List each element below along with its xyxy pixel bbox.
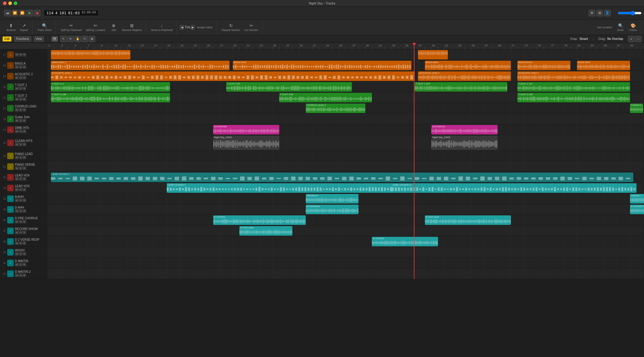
mute-button[interactable]: M [15, 209, 19, 213]
record-button[interactable]: R [23, 53, 26, 57]
track-item[interactable]: 24 ♪ DIME HITs M S R [0, 124, 48, 135]
audio-region[interactable]: BASS A#02 [233, 61, 411, 70]
edit-button[interactable]: Edit [2, 36, 12, 42]
set-locators-button[interactable]: Set Locators [595, 25, 614, 30]
split-playhead-button[interactable]: ✂ Split by Playhead [59, 22, 83, 33]
audio-region[interactable]: T GUIT 1.87 [226, 82, 352, 92]
track-item[interactable]: 37 ♪ RECORD SHOW M S R [0, 226, 48, 236]
audio-region[interactable]: ACOUSTIC 2#02.2 [418, 71, 511, 81]
mute-button[interactable]: M [15, 53, 19, 57]
record-button[interactable]: R [23, 143, 26, 146]
record-button[interactable]: ⏺ [34, 10, 40, 16]
user-button[interactable]: 👤 [604, 10, 611, 16]
audio-region[interactable] [418, 50, 448, 60]
rewind-button[interactable]: ⏮ [4, 10, 11, 16]
record-button[interactable]: R [23, 166, 26, 170]
expand-button[interactable]: ⊞ [596, 10, 603, 16]
tracks-scroll[interactable]: BASS A#01.2BASS A#02BASS A#02BASS AC#01B… [48, 49, 644, 357]
tool-btn-1[interactable]: ↖ [60, 36, 67, 42]
solo-button[interactable]: S [19, 65, 22, 69]
cut-section-button[interactable]: ✂ Cut Section [242, 22, 260, 33]
play-button[interactable]: ▶ [26, 10, 33, 16]
forward-button[interactable]: ⏩ [19, 10, 26, 16]
audio-region[interactable]: ACOUSTIC 2#02.2 [517, 71, 630, 81]
audio-region[interactable]: D VOX#03 [372, 237, 438, 246]
record-button[interactable]: R [23, 108, 26, 112]
back-button[interactable]: ⏪ [12, 10, 18, 16]
audio-region[interactable]: BASS A#02 [425, 61, 511, 70]
tool-btn-4[interactable]: ✂ [82, 36, 88, 42]
zoom-button[interactable]: 🔍 Zoom [615, 22, 626, 33]
bounce-regions-button[interactable]: ⊞ Bounce Regions [120, 22, 144, 33]
track-item[interactable]: 41 ♪ D WAITIN 2 M S R [0, 268, 48, 279]
record-button[interactable]: R [23, 231, 26, 234]
minimize-button[interactable] [8, 1, 12, 5]
record-button[interactable]: R [23, 97, 26, 101]
solo-button[interactable]: S [19, 177, 22, 181]
track-item[interactable]: 18 ♪ BASS A M S R [0, 60, 48, 71]
mute-button[interactable]: M [15, 129, 19, 133]
solo-button[interactable]: S [19, 273, 22, 277]
solo-button[interactable]: S [19, 209, 22, 213]
audio-region[interactable]: Night Sky_10#01 [213, 136, 279, 150]
record-button[interactable]: R [23, 156, 26, 159]
mute-button[interactable]: M [15, 177, 19, 181]
record-button[interactable]: R [23, 76, 26, 79]
record-button[interactable]: R [23, 198, 26, 202]
nudge-button[interactable]: Nudge Value [195, 25, 214, 30]
split-locators-button[interactable]: ✄ Split by Locators [84, 22, 107, 33]
audio-region[interactable]: CHORUS LEAD.3 [306, 104, 365, 113]
solo-button[interactable]: S [19, 231, 22, 234]
track-zoom-button[interactable]: 🔍 Track Zoom [36, 22, 54, 33]
track-item[interactable]: 35 ♪ D AHH M S R [0, 204, 48, 215]
solo-button[interactable]: S [19, 263, 22, 266]
audio-region[interactable]: BASS A#01 [577, 61, 630, 70]
solo-button[interactable]: S [19, 143, 22, 146]
mute-button[interactable]: M [15, 143, 19, 146]
mute-button[interactable]: M [15, 252, 19, 256]
mute-button[interactable]: M [15, 108, 19, 112]
audio-region[interactable]: D VOX 2#01 [239, 226, 292, 236]
audio-region[interactable]: LEAD VOX#03.17 [392, 183, 637, 193]
track-item[interactable]: 36 ♪ D PRE CHORUS M S R [0, 215, 48, 226]
mute-button[interactable]: M [15, 198, 19, 202]
mute-button[interactable]: M [15, 220, 19, 223]
audio-region[interactable]: VOX#01.7 [630, 194, 644, 203]
audio-region[interactable]: T GUIT 1.3 [51, 82, 170, 92]
record-button[interactable]: R [23, 129, 26, 133]
track-item[interactable]: 33 ♪ LEAD VOX M S R [0, 183, 48, 193]
solo-button[interactable]: S [19, 53, 22, 57]
solo-button[interactable]: S [19, 220, 22, 223]
export-button[interactable]: ↗ Export [18, 22, 30, 33]
solo-button[interactable]: S [19, 198, 22, 202]
audio-region[interactable]: Night Sky_10#02 [431, 136, 498, 150]
audio-region[interactable]: VOX#01.8 [306, 194, 359, 203]
tick-back-button[interactable]: ◀ [180, 25, 184, 30]
audio-region[interactable]: ACOUSTIC 2#02.2 [51, 71, 415, 81]
mute-button[interactable]: M [15, 65, 19, 69]
solo-button[interactable]: S [19, 97, 22, 101]
record-button[interactable]: R [23, 119, 26, 122]
record-button[interactable]: R [23, 87, 26, 90]
view-button[interactable]: View [34, 36, 44, 42]
solo-button[interactable]: S [19, 76, 22, 79]
solo-button[interactable]: S [19, 241, 22, 245]
bounce-button[interactable]: ⬆ Bounce [5, 22, 18, 33]
mute-button[interactable]: M [15, 156, 19, 159]
audio-region[interactable]: T GUIT 2.198 [51, 93, 170, 102]
audio-region[interactable]: T GUIT 1.167 [415, 82, 507, 92]
audio-region[interactable]: LEAD VOX#01.1 [51, 173, 633, 182]
audio-region[interactable]: D VOX#02.6 [306, 205, 359, 214]
audio-region[interactable]: LEAD VOX#03.7 [167, 183, 411, 193]
audio-region[interactable] [51, 50, 130, 60]
close-button[interactable] [3, 1, 7, 5]
audio-region[interactable]: D VOX#01 [213, 215, 306, 225]
pointer-tool[interactable]: H [52, 36, 58, 42]
mute-button[interactable]: M [15, 166, 19, 170]
track-item[interactable]: 20 ♪ T GUIT 1 M S R [0, 82, 48, 92]
track-item[interactable]: 30 ♪ PIANO LEAD M S R [0, 151, 48, 161]
mute-button[interactable]: M [15, 76, 19, 79]
move-playhead-button[interactable]: ↓ Move to Playhead [149, 22, 174, 33]
record-button[interactable]: R [23, 252, 26, 256]
master-volume-slider[interactable] [618, 11, 642, 15]
